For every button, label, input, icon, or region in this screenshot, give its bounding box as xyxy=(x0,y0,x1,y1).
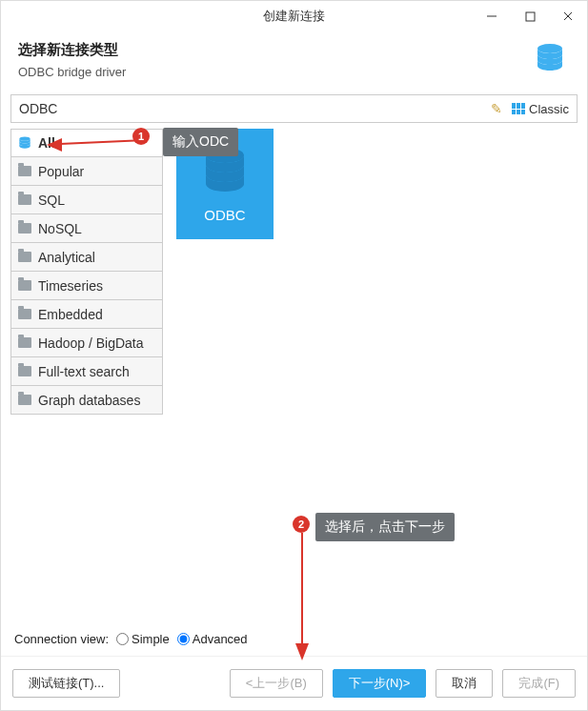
window-controls xyxy=(473,1,587,31)
dialog-body: AllPopularSQLNoSQLAnalyticalTimeseriesEm… xyxy=(10,129,578,624)
sidebar-item-embedded[interactable]: Embedded xyxy=(10,300,163,329)
annotation-badge-2: 2 xyxy=(293,516,310,533)
next-button[interactable]: 下一步(N)> xyxy=(333,669,427,698)
sidebar-item-label: Full-text search xyxy=(38,364,130,379)
driver-search-input[interactable] xyxy=(19,101,491,116)
minimize-icon xyxy=(486,10,497,22)
sidebar-item-hadoop-bigdata[interactable]: Hadoop / BigData xyxy=(10,329,163,357)
sidebar-item-analytical[interactable]: Analytical xyxy=(10,243,163,272)
advanced-radio[interactable] xyxy=(177,633,190,645)
sidebar-item-label: Popular xyxy=(38,164,84,179)
annotation-callout-2: 选择后，点击下一步 xyxy=(315,513,455,541)
folder-icon xyxy=(17,364,32,379)
svg-point-4 xyxy=(537,44,562,53)
driver-grid: ODBC xyxy=(163,129,578,624)
sidebar-item-label: Analytical xyxy=(38,250,95,265)
annotation-badge-1: 1 xyxy=(132,128,150,145)
folder-icon xyxy=(17,221,32,236)
sidebar-item-label: NoSQL xyxy=(38,221,82,236)
driver-tile-label: ODBC xyxy=(204,207,245,223)
classic-view-toggle[interactable]: Classic xyxy=(512,102,569,116)
connection-view-simple[interactable]: Simple xyxy=(116,632,170,646)
header-heading: 选择新连接类型 xyxy=(18,41,126,59)
titlebar: 创建新连接 xyxy=(1,1,587,31)
annotation-callout-1: 输入ODC xyxy=(163,128,238,156)
cancel-button[interactable]: 取消 xyxy=(436,669,493,698)
sidebar-item-graph-databases[interactable]: Graph databases xyxy=(10,386,163,415)
window-title: 创建新连接 xyxy=(263,8,325,25)
folder-icon xyxy=(17,164,32,179)
sidebar-item-sql[interactable]: SQL xyxy=(10,186,163,214)
folder-icon xyxy=(17,250,32,265)
database-stack-icon xyxy=(17,135,32,151)
grid-icon xyxy=(512,103,525,114)
svg-point-5 xyxy=(19,136,30,140)
sidebar-item-label: SQL xyxy=(38,193,65,208)
simple-radio[interactable] xyxy=(116,633,129,645)
test-connection-button[interactable]: 测试链接(T)... xyxy=(12,669,120,698)
sidebar-item-nosql[interactable]: NoSQL xyxy=(10,214,163,243)
sidebar-item-label: Hadoop / BigData xyxy=(38,335,144,351)
dialog-header: 选择新连接类型 ODBC bridge driver xyxy=(1,31,587,85)
header-subheading: ODBC bridge driver xyxy=(18,65,126,79)
classic-label: Classic xyxy=(529,102,569,116)
close-button[interactable] xyxy=(549,1,587,31)
sidebar-item-label: Graph databases xyxy=(38,393,140,408)
minimize-button[interactable] xyxy=(473,1,511,31)
finish-button[interactable]: 完成(F) xyxy=(502,669,576,698)
svg-rect-1 xyxy=(526,12,535,21)
edit-icon[interactable]: ✎ xyxy=(491,101,502,116)
sidebar-item-popular[interactable]: Popular xyxy=(10,157,163,186)
close-icon xyxy=(562,10,574,22)
dialog-window: 创建新连接 选择新连接类型 ODBC bridge driver xyxy=(0,0,588,711)
sidebar-item-label: Embedded xyxy=(38,307,103,322)
connection-view-label: Connection view: xyxy=(14,632,109,646)
folder-icon xyxy=(17,278,32,294)
maximize-button[interactable] xyxy=(511,1,549,31)
header-text: 选择新连接类型 ODBC bridge driver xyxy=(18,41,126,79)
sidebar-item-label: All xyxy=(38,135,55,151)
maximize-icon xyxy=(525,11,536,22)
connection-view-advanced[interactable]: Advanced xyxy=(177,632,248,646)
search-bar: ✎ Classic xyxy=(10,94,578,123)
back-button[interactable]: <上一步(B) xyxy=(230,669,323,698)
dialog-footer: 测试链接(T)... <上一步(B) 下一步(N)> 取消 完成(F) xyxy=(1,657,587,710)
simple-label: Simple xyxy=(132,632,170,646)
category-sidebar: AllPopularSQLNoSQLAnalyticalTimeseriesEm… xyxy=(10,129,163,624)
sidebar-item-timeseries[interactable]: Timeseries xyxy=(10,272,163,300)
sidebar-item-label: Timeseries xyxy=(38,278,103,294)
header-db-icon xyxy=(536,43,564,77)
folder-icon xyxy=(17,335,32,351)
database-icon xyxy=(536,43,564,73)
folder-icon xyxy=(17,393,32,408)
connection-view-row: Connection view: Simple Advanced xyxy=(1,624,587,657)
folder-icon xyxy=(17,193,32,208)
folder-icon xyxy=(17,307,32,322)
sidebar-item-full-text-search[interactable]: Full-text search xyxy=(10,357,163,386)
advanced-label: Advanced xyxy=(193,632,248,646)
